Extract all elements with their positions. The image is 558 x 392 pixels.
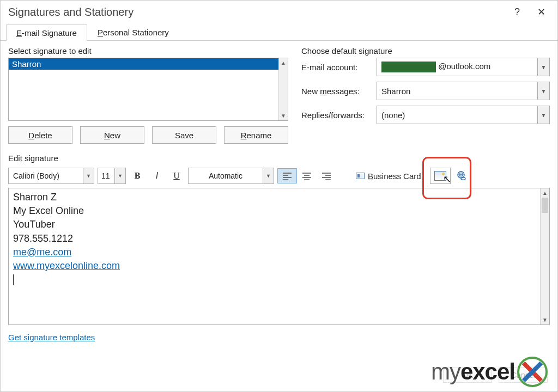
- close-button[interactable]: ✕: [529, 1, 553, 23]
- tab-personal-stationery[interactable]: Personal Stationery: [87, 24, 179, 40]
- scroll-down-icon[interactable]: ▼: [541, 315, 549, 324]
- chevron-down-icon[interactable]: ▼: [537, 58, 549, 76]
- edit-signature-label: Edit signature: [8, 154, 550, 163]
- business-card-icon: [356, 173, 365, 179]
- new-messages-combo[interactable]: Sharron ▼: [377, 82, 550, 100]
- ok-button[interactable]: OK: [443, 367, 492, 383]
- chevron-down-icon[interactable]: ▼: [537, 106, 549, 124]
- signature-list-item[interactable]: Sharron: [9, 58, 278, 70]
- chevron-down-icon[interactable]: ▼: [263, 168, 274, 183]
- svg-point-13: [461, 177, 465, 180]
- email-account-combo[interactable]: @outlook.com ▼: [377, 58, 550, 76]
- scroll-up-icon[interactable]: ▲: [279, 58, 288, 68]
- chevron-down-icon[interactable]: ▼: [83, 168, 94, 183]
- bold-button[interactable]: B: [129, 168, 145, 183]
- align-right-button[interactable]: [317, 168, 336, 183]
- replies-forwards-combo[interactable]: (none) ▼: [377, 106, 550, 124]
- replies-forwards-label: Replies/forwards:: [301, 111, 372, 120]
- editor-scrollbar[interactable]: ▲ ▼: [540, 188, 549, 324]
- signature-listbox[interactable]: Sharron ▲ ▼: [8, 58, 288, 121]
- chevron-down-icon[interactable]: ▼: [537, 82, 549, 100]
- chevron-down-icon[interactable]: ▼: [114, 168, 125, 183]
- align-center-button[interactable]: [297, 168, 317, 183]
- editor-line: Sharron Z: [13, 191, 536, 204]
- globe-link-icon: [456, 170, 466, 181]
- get-templates-link[interactable]: Get signature templates: [8, 333, 95, 342]
- editor-line: My Excel Online: [13, 204, 536, 218]
- editor-email-link[interactable]: me@me.com: [13, 247, 71, 258]
- insert-picture-button[interactable]: [430, 168, 451, 184]
- align-left-button[interactable]: [277, 168, 297, 183]
- editor-line: YouTuber: [13, 218, 536, 231]
- picture-icon: [434, 171, 446, 181]
- cancel-button[interactable]: Cancel: [499, 367, 548, 383]
- insert-hyperlink-button[interactable]: [454, 168, 468, 184]
- redacted-account: [381, 62, 436, 72]
- scroll-up-icon[interactable]: ▲: [541, 188, 549, 198]
- dialog-footer: OK Cancel: [443, 367, 548, 383]
- account-suffix: @outlook.com: [438, 62, 490, 71]
- email-account-label: E-mail account:: [301, 63, 372, 72]
- font-size-combo[interactable]: 11▼: [98, 168, 126, 184]
- choose-default-label: Choose default signature: [301, 46, 550, 56]
- help-button[interactable]: ?: [505, 1, 529, 23]
- editor-line: 978.555.1212: [13, 232, 536, 246]
- new-messages-label: New messages:: [301, 87, 372, 96]
- tabstrip: E-mail Signature Personal Stationery: [1, 22, 557, 41]
- dialog-title: Signatures and Stationery: [8, 6, 134, 19]
- signature-toolbar: Calibri (Body)▼ 11▼ B I U Automatic▼: [8, 166, 550, 186]
- signature-editor[interactable]: Sharron Z My Excel Online YouTuber 978.5…: [8, 188, 550, 325]
- italic-button[interactable]: I: [149, 168, 165, 183]
- business-card-button[interactable]: Business Card: [353, 168, 427, 184]
- editor-website-link[interactable]: www.myexcelonline.com: [13, 260, 120, 271]
- save-button[interactable]: Save: [152, 126, 216, 144]
- font-color-combo[interactable]: Automatic▼: [188, 168, 274, 184]
- text-caret: [13, 274, 14, 285]
- underline-button[interactable]: U: [168, 168, 185, 183]
- delete-button[interactable]: Delete: [8, 126, 72, 144]
- rename-button[interactable]: Rename: [224, 126, 288, 144]
- font-family-combo[interactable]: Calibri (Body)▼: [8, 168, 94, 184]
- listbox-scrollbar[interactable]: ▲ ▼: [278, 58, 288, 120]
- scroll-down-icon[interactable]: ▼: [279, 111, 288, 120]
- titlebar: Signatures and Stationery ? ✕: [1, 1, 557, 23]
- scroll-thumb[interactable]: [542, 198, 548, 213]
- signatures-dialog: Signatures and Stationery ? ✕ E-mail Sig…: [0, 0, 558, 392]
- select-signature-label: Select signature to edit: [8, 46, 288, 56]
- new-button[interactable]: New: [80, 126, 144, 144]
- tab-email-signature[interactable]: E-mail Signature: [6, 24, 87, 41]
